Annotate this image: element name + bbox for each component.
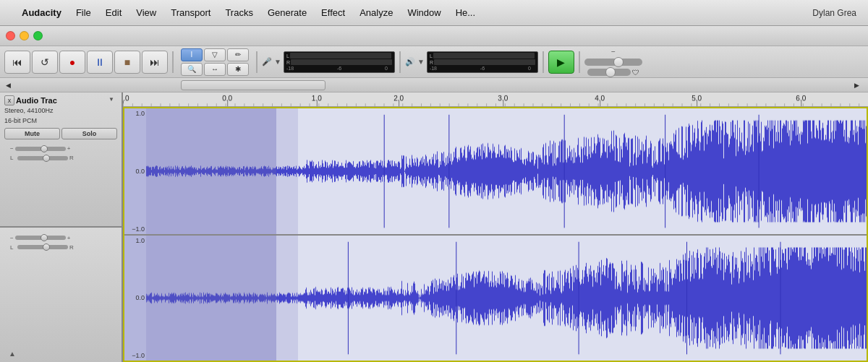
timeshift-tool-button[interactable]: ↔ xyxy=(204,63,226,76)
timeline-right-arrow[interactable]: ▶ xyxy=(851,82,862,89)
volume-thumb[interactable] xyxy=(613,57,624,67)
output-sliders: − 🛡 xyxy=(584,48,642,77)
volume-slider[interactable] xyxy=(584,59,642,66)
menu-effect[interactable]: Effect xyxy=(314,4,352,21)
timeline-scroll-handle[interactable] xyxy=(181,80,326,90)
meter-scale: -18 -6 0 xyxy=(286,66,388,71)
minimize-window-button[interactable] xyxy=(20,31,29,40)
track-pan-slider[interactable] xyxy=(17,156,68,160)
timeline-left-arrow[interactable]: ◀ xyxy=(3,82,14,89)
rewind-button[interactable]: ⏮ xyxy=(4,51,30,74)
mute-button[interactable]: Mute xyxy=(4,128,60,139)
pan-right-label: R xyxy=(69,155,75,161)
ruler-canvas xyxy=(123,92,868,106)
recording-meter-dropdown[interactable]: ▼ xyxy=(274,58,281,66)
pan-left-label: L xyxy=(10,155,16,161)
menu-file[interactable]: File xyxy=(69,4,98,21)
playback-meter-section: 🔊 ▼ L R -18 -6 0 xyxy=(405,51,538,73)
meter-bar-R xyxy=(291,59,392,65)
timeline-scroll-toolbar: ◀ ▶ xyxy=(0,78,868,92)
solo-button[interactable]: Solo xyxy=(61,128,117,139)
menu-edit[interactable]: Edit xyxy=(98,4,129,21)
track-2-header: − + L R ▲ xyxy=(0,228,122,363)
fast-forward-button[interactable]: ⏭ xyxy=(142,51,168,74)
recording-meter: L R -18 -6 0 xyxy=(284,51,395,73)
track2-volume-slider[interactable] xyxy=(15,236,66,240)
track-2-sliders: − + L R xyxy=(4,232,117,254)
track2-pan-slider[interactable] xyxy=(17,245,68,249)
track-volume-thumb[interactable] xyxy=(41,145,48,152)
waveform-container[interactable]: 1.0 0.0 −1.0 1.0 0.0 −1.0 xyxy=(123,107,868,362)
toolbar-divider-4 xyxy=(542,51,544,73)
mute-solo-row: Mute Solo xyxy=(4,128,117,139)
recording-meter-section: 🎤 ▼ L R -18 -6 0 xyxy=(262,51,395,73)
track-dropdown-button[interactable]: ▼ xyxy=(109,96,117,105)
menu-transport[interactable]: Transport xyxy=(163,4,218,21)
speed-row: 🛡 xyxy=(587,69,639,77)
menu-view[interactable]: View xyxy=(129,4,163,21)
record-button[interactable]: ● xyxy=(59,51,85,74)
play-loop-button[interactable]: ↺ xyxy=(32,51,58,74)
track-1-header: x Audio Trac ▼ Stereo, 44100Hz 16-bit PC… xyxy=(0,92,122,228)
track-collapse-button[interactable]: ▲ xyxy=(4,348,117,359)
track2-vol-minus: − xyxy=(10,235,14,241)
track2-vol-plus: + xyxy=(67,235,71,241)
waveform-track-2[interactable]: 1.0 0.0 −1.0 xyxy=(124,236,867,361)
timeline-ruler xyxy=(123,92,868,107)
waveform-track-1[interactable]: 1.0 0.0 −1.0 xyxy=(124,108,867,236)
timeline-area: 1.0 0.0 −1.0 1.0 0.0 −1.0 xyxy=(123,92,868,362)
tools-row-1: I ▽ ✏ xyxy=(181,48,249,61)
track2-pan-left: L xyxy=(10,244,16,251)
pause-button[interactable]: ⏸ xyxy=(87,51,113,74)
play-meter-bar-L xyxy=(433,53,535,59)
play-button[interactable]: ▶ xyxy=(548,51,574,74)
main-toolbar: ⏮ ↺ ● ⏸ ■ ⏭ I ▽ ✏ 🔍 ↔ ✱ 🎤 ▼ L xyxy=(0,46,868,78)
speed-slider[interactable] xyxy=(587,69,631,76)
window-title: Dylan Grea xyxy=(812,8,862,18)
meter-row-L: L xyxy=(286,53,392,59)
toolbar-divider-1 xyxy=(172,51,174,73)
zoom-tool-button[interactable]: 🔍 xyxy=(181,63,203,76)
menu-analyze[interactable]: Analyze xyxy=(352,4,400,21)
speed-thumb[interactable] xyxy=(605,67,616,77)
vol-minus-label: − xyxy=(10,145,14,152)
multi-tool-button[interactable]: ✱ xyxy=(227,63,249,76)
stop-button[interactable]: ■ xyxy=(114,51,140,74)
track2-pan-right: R xyxy=(69,244,75,251)
toolbar-divider-3 xyxy=(399,51,401,73)
speaker-icon: 🔊 xyxy=(405,57,415,66)
selection-overlay-1 xyxy=(124,108,276,234)
menu-window[interactable]: Window xyxy=(400,4,448,21)
track-sliders: − + L R xyxy=(4,142,117,164)
playback-meter-dropdown[interactable]: ▼ xyxy=(417,58,425,66)
play-meter-scale: -18 -6 0 xyxy=(430,66,531,71)
play-meter-row-R: R xyxy=(430,59,535,65)
track2-volume-slider-row: − + xyxy=(10,235,111,241)
track2-pan-thumb[interactable] xyxy=(43,244,50,251)
play-meter-bar-R xyxy=(434,59,535,65)
track-info-bitdepth: 16-bit PCM xyxy=(4,117,117,126)
draw-tool-button[interactable]: ✏ xyxy=(227,48,249,61)
playback-meter: L R -18 -6 0 xyxy=(427,51,538,73)
shield-icon: 🛡 xyxy=(632,69,639,77)
close-window-button[interactable] xyxy=(6,31,15,40)
track-close-button[interactable]: x xyxy=(4,95,14,105)
track-label-panel: x Audio Trac ▼ Stereo, 44100Hz 16-bit PC… xyxy=(0,92,123,362)
menu-audacity[interactable]: Audacity xyxy=(14,4,69,21)
track2-volume-thumb[interactable] xyxy=(41,234,48,241)
mic-icon: 🎤 xyxy=(262,57,272,66)
track-info-stereo: Stereo, 44100Hz xyxy=(4,107,117,116)
track-pan-thumb[interactable] xyxy=(43,155,50,162)
pan-slider-row: L R xyxy=(10,155,111,161)
cursor-tool-button[interactable]: I xyxy=(181,48,203,61)
menu-generate[interactable]: Generate xyxy=(260,4,314,21)
menu-tracks[interactable]: Tracks xyxy=(218,4,260,21)
menu-help[interactable]: He... xyxy=(448,4,482,21)
toolbar-divider-5 xyxy=(579,51,580,73)
track-volume-slider[interactable] xyxy=(15,147,66,151)
main-content: x Audio Trac ▼ Stereo, 44100Hz 16-bit PC… xyxy=(0,92,868,362)
meter-bar-L xyxy=(290,53,391,59)
maximize-window-button[interactable] xyxy=(33,31,43,40)
envelope-tool-button[interactable]: ▽ xyxy=(204,48,226,61)
volume-label: − xyxy=(611,48,616,56)
